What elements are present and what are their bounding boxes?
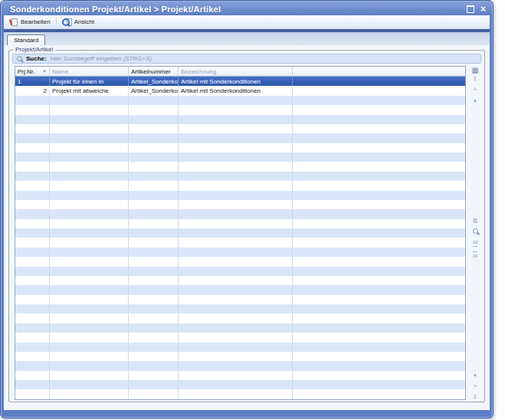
empty-row[interactable] xyxy=(15,389,465,399)
empty-row[interactable] xyxy=(15,209,465,218)
column-header-prj-nr[interactable]: Prj.Nr.▼ xyxy=(15,67,50,76)
window-title: Sonderkonditionen Projekt/Artikel > Proj… xyxy=(10,5,467,14)
empty-row[interactable] xyxy=(15,105,465,114)
search-input[interactable] xyxy=(51,55,477,62)
search-icon xyxy=(473,228,478,234)
empty-row[interactable] xyxy=(15,228,465,238)
app-window: Sonderkonditionen Projekt/Artikel > Proj… xyxy=(0,0,494,418)
empty-row[interactable] xyxy=(15,162,465,171)
empty-row[interactable] xyxy=(15,267,465,276)
table-cell xyxy=(179,115,293,124)
table-cell xyxy=(15,115,50,124)
table-cell xyxy=(129,219,179,228)
table-cell xyxy=(293,380,465,389)
table-cell xyxy=(129,248,179,257)
table-cell xyxy=(129,380,179,389)
table-cell xyxy=(129,96,179,105)
title-bar[interactable]: Sonderkonditionen Projekt/Artikel > Proj… xyxy=(4,2,490,15)
table-cell xyxy=(179,333,293,342)
table-cell xyxy=(179,313,293,323)
table-cell xyxy=(293,115,465,124)
table-cell xyxy=(129,333,179,342)
table-cell xyxy=(179,257,293,266)
table-row[interactable]: 2Projekt mit abweicheArtikel_Sonderkondi… xyxy=(15,86,465,95)
sort-az-icon[interactable]: AZ xyxy=(473,239,477,247)
column-chooser-icon[interactable]: ▦ xyxy=(471,66,478,74)
table-cell xyxy=(15,323,50,333)
table-cell xyxy=(50,257,129,266)
empty-row[interactable] xyxy=(15,124,465,133)
empty-row[interactable] xyxy=(15,352,465,361)
table-cell xyxy=(15,200,50,209)
empty-row[interactable] xyxy=(15,371,465,380)
close-window-button[interactable]: × xyxy=(480,5,486,13)
sort-za-icon[interactable]: ZA xyxy=(473,251,477,259)
empty-row[interactable] xyxy=(15,200,465,209)
card-view-icon[interactable]: ▥ xyxy=(473,218,478,224)
empty-row[interactable] xyxy=(15,219,465,228)
restore-window-button[interactable] xyxy=(467,2,474,16)
column-header-artikelnummer[interactable]: Artikelnummer xyxy=(129,67,179,76)
table-cell xyxy=(293,105,465,114)
page-down-icon[interactable]: + xyxy=(474,383,477,389)
column-header-bezeichnung[interactable]: Bezeichnung xyxy=(179,67,293,76)
empty-row[interactable] xyxy=(15,143,465,153)
ansicht-button[interactable]: Ansicht xyxy=(58,17,98,27)
scroll-up-icon[interactable]: ▴ xyxy=(474,97,477,103)
toolbar-separator xyxy=(56,18,57,27)
empty-row[interactable] xyxy=(15,343,465,352)
main-toolbar: Bearbeiten Ansicht xyxy=(4,15,490,29)
empty-row[interactable] xyxy=(15,361,465,370)
empty-row[interactable] xyxy=(15,115,465,124)
table-row[interactable]: 1Projekt für einen InArtikel_Sonderkondi… xyxy=(15,77,465,86)
empty-row[interactable] xyxy=(15,191,465,200)
edit-icon xyxy=(10,18,18,26)
tab-standard[interactable]: Standard xyxy=(7,34,45,45)
empty-row[interactable] xyxy=(15,238,465,247)
scroll-down-icon[interactable]: ▾ xyxy=(474,372,477,379)
table-cell xyxy=(50,323,129,333)
table-cell xyxy=(293,361,465,370)
empty-row[interactable] xyxy=(15,333,465,342)
empty-row[interactable] xyxy=(15,285,465,294)
table-cell xyxy=(129,153,179,162)
empty-row[interactable] xyxy=(15,153,465,162)
empty-row[interactable] xyxy=(15,380,465,389)
table-cell xyxy=(15,380,50,389)
table-cell xyxy=(15,371,50,380)
empty-row[interactable] xyxy=(15,304,465,313)
column-header-filler xyxy=(293,67,465,76)
empty-row[interactable] xyxy=(15,133,465,143)
empty-row[interactable] xyxy=(15,96,465,105)
table-cell xyxy=(50,389,129,399)
column-header-name[interactable]: Name xyxy=(50,67,129,76)
page-up-icon[interactable]: + xyxy=(474,87,477,93)
table-cell xyxy=(15,172,50,181)
empty-row[interactable] xyxy=(15,172,465,181)
last-row-icon[interactable]: ↧ xyxy=(473,394,477,400)
table-cell xyxy=(15,295,50,304)
table-cell xyxy=(293,371,465,380)
table-cell xyxy=(129,143,179,153)
empty-row[interactable] xyxy=(15,257,465,266)
empty-row[interactable] xyxy=(15,248,465,257)
bearbeiten-button[interactable]: Bearbeiten xyxy=(6,17,54,27)
table-cell xyxy=(15,133,50,143)
search-icon[interactable] xyxy=(473,228,478,235)
table-cell xyxy=(293,257,465,266)
empty-row[interactable] xyxy=(15,313,465,323)
table-cell: Projekt für einen In xyxy=(50,77,129,86)
empty-row[interactable] xyxy=(15,295,465,304)
table-cell xyxy=(50,133,129,143)
restore-window-icon xyxy=(467,5,474,13)
table-cell xyxy=(15,276,50,285)
table-cell xyxy=(129,371,179,380)
empty-row[interactable] xyxy=(15,323,465,333)
empty-row[interactable] xyxy=(15,181,465,190)
empty-row[interactable] xyxy=(15,276,465,285)
table-cell xyxy=(15,162,50,171)
first-row-icon[interactable]: ↥ xyxy=(473,76,477,82)
table-cell xyxy=(179,124,293,133)
table-cell xyxy=(15,219,50,228)
grid-side-toolbar: ▦ ↥+▴ ▥AZZA ▾+↧ xyxy=(468,66,482,400)
